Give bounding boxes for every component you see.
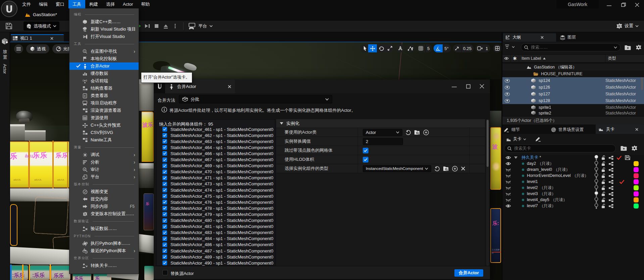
svg-text:C: C — [84, 94, 86, 98]
svg-text:C++: C++ — [83, 19, 87, 21]
